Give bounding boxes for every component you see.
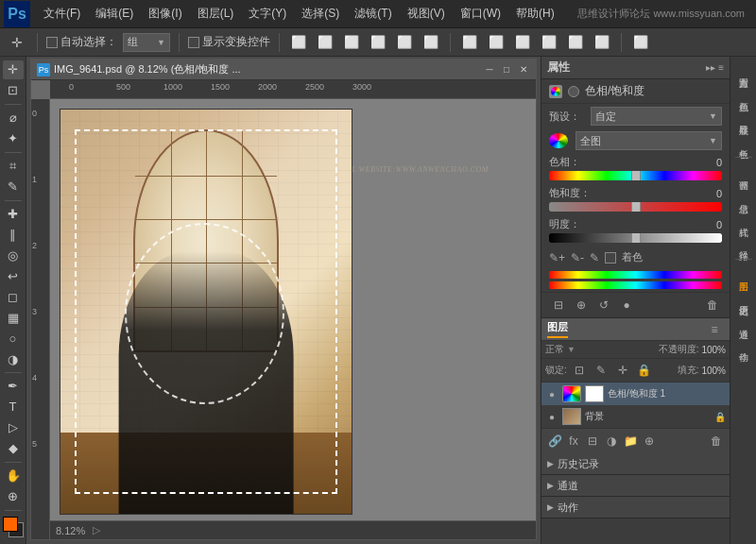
actions-panel-header[interactable]: ▶ 动作	[541, 497, 730, 518]
eraser-tool[interactable]: ◻	[3, 287, 24, 306]
path-select-tool[interactable]: ▷	[3, 418, 24, 437]
opacity-value[interactable]: 100%	[701, 345, 726, 355]
adjustments-btn[interactable]: 调整	[733, 162, 754, 183]
prop-menu-btn[interactable]: ≡	[718, 62, 724, 73]
zoom-tool[interactable]: ⊕	[3, 487, 24, 506]
add-style-btn[interactable]: fx	[564, 432, 583, 450]
sat-track[interactable]	[549, 202, 722, 212]
menu-file[interactable]: 文件(F)	[36, 4, 88, 24]
distribute-right-btn[interactable]: ⬜	[512, 32, 533, 53]
pen-tool[interactable]: ✒	[3, 377, 24, 396]
gradient-tool[interactable]: ▦	[3, 308, 24, 327]
distribute-h-btn[interactable]: ⬜	[486, 32, 507, 53]
menu-help[interactable]: 帮助(H)	[508, 4, 562, 24]
info-btn[interactable]: 信息	[733, 186, 754, 207]
link-icon-btn[interactable]: ⊕	[572, 296, 591, 314]
link-layers-btn[interactable]: 🔗	[545, 432, 564, 450]
new-group-btn[interactable]: 📁	[621, 432, 640, 450]
align-right-btn[interactable]: ⬜	[341, 32, 362, 53]
lock-all-btn[interactable]: 🔒	[635, 361, 654, 380]
layers-tab[interactable]: 图层	[547, 320, 568, 338]
auto-select-checkbox[interactable]	[46, 37, 58, 48]
prop-info-btn[interactable]: ↺	[594, 296, 613, 314]
menu-window[interactable]: 窗口(W)	[453, 4, 508, 24]
lock-transparent-btn[interactable]: ⊡	[570, 361, 589, 380]
actions-icon-btn[interactable]: 动作	[733, 335, 754, 356]
magic-wand-tool[interactable]: ✦	[3, 129, 24, 148]
lock-position-btn[interactable]: ✛	[613, 361, 632, 380]
menu-select[interactable]: 选择(S)	[294, 4, 347, 24]
eyedropper-tool[interactable]: ✎	[3, 178, 24, 196]
lasso-tool[interactable]: ⌀	[3, 109, 24, 128]
history-icon-btn[interactable]: 历史记录	[733, 288, 754, 309]
menu-edit[interactable]: 编辑(E)	[88, 4, 141, 24]
add-mask-btn[interactable]: ⊟	[583, 432, 602, 450]
visibility-toggle[interactable]	[568, 86, 579, 97]
new-fill-btn[interactable]: ◑	[602, 432, 621, 450]
swatches-btn[interactable]: 色板	[733, 131, 754, 152]
dodge-tool[interactable]: ◑	[3, 349, 24, 368]
menu-type[interactable]: 文字(Y)	[241, 4, 294, 24]
doc-close-btn[interactable]: ✕	[517, 63, 530, 76]
layer-name-bg[interactable]: 背景	[585, 410, 711, 423]
new-layer-btn[interactable]: ⊕	[640, 432, 659, 450]
align-left-btn[interactable]: ⬜	[288, 32, 309, 53]
distribute-left-btn[interactable]: ⬜	[459, 32, 480, 53]
brush-tool[interactable]: ∥	[3, 225, 24, 244]
move-tool[interactable]: ✛	[3, 60, 24, 79]
layers-menu-btn[interactable]: ≡	[705, 320, 724, 339]
sat-thumb[interactable]	[631, 202, 641, 212]
light-thumb[interactable]	[631, 233, 641, 243]
lock-pixels-btn[interactable]: ✎	[592, 361, 610, 380]
fill-value[interactable]: 100%	[701, 366, 726, 376]
distribute-bottom-btn[interactable]: ⬜	[592, 32, 612, 53]
layer-eye-huesat[interactable]: ●	[545, 387, 558, 400]
hue-thumb[interactable]	[631, 171, 641, 180]
delete-layer-btn[interactable]: 🗑	[707, 432, 726, 450]
channel-dropdown[interactable]: 全图 ▼	[576, 131, 722, 150]
align-bottom-btn[interactable]: ⬜	[421, 32, 441, 53]
color-btn[interactable]: 颜色	[733, 84, 754, 105]
menu-image[interactable]: 图像(I)	[141, 4, 189, 24]
preset-dropdown[interactable]: 自定 ▼	[591, 107, 722, 126]
prop-eye-btn[interactable]: ●	[617, 296, 636, 314]
distribute-v-btn[interactable]: ⬜	[565, 32, 586, 53]
shape-tool[interactable]: ◆	[3, 439, 24, 458]
align-center-v-btn[interactable]: ⬜	[394, 32, 415, 53]
prop-expand-btn[interactable]: ▸▸	[706, 62, 715, 73]
styles-btn[interactable]: 样式	[733, 210, 754, 230]
healing-tool[interactable]: ✚	[3, 204, 24, 223]
marquee-tool[interactable]: ⊡	[3, 81, 24, 100]
blur-tool[interactable]: ○	[3, 329, 24, 348]
add-color-btn[interactable]: ✎+	[549, 251, 565, 264]
channels-panel-header[interactable]: ▶ 通道	[541, 475, 730, 496]
distribute-top-btn[interactable]: ⬜	[539, 32, 559, 53]
history-brush-tool[interactable]: ↩	[3, 266, 24, 285]
layers-collapse-btn[interactable]: 图层	[733, 264, 754, 285]
auto-select-dropdown[interactable]: 组 ▼	[123, 33, 170, 52]
blend-arrow[interactable]: ▼	[567, 345, 576, 354]
paths-btn[interactable]: 路径	[733, 233, 754, 254]
layer-name-huesat[interactable]: 色相/饱和度 1	[608, 387, 726, 400]
layer-eye-bg[interactable]: ●	[545, 410, 558, 423]
show-transform-checkbox[interactable]	[188, 37, 199, 48]
hue-track[interactable]	[549, 171, 722, 180]
mask-icon-btn[interactable]: ⊟	[549, 296, 568, 314]
text-tool[interactable]: T	[3, 398, 24, 416]
light-track[interactable]	[549, 233, 722, 243]
menu-view[interactable]: 视图(V)	[400, 4, 453, 24]
channels-icon-btn[interactable]: 通道	[733, 312, 754, 332]
prop-trash-btn[interactable]: 🗑	[703, 296, 722, 314]
show-transform-option[interactable]: 显示变换控件	[188, 34, 270, 50]
histogram-btn[interactable]: 直方图	[733, 60, 754, 81]
hand-tool[interactable]: ✋	[3, 467, 24, 485]
auto-align-btn[interactable]: ⬜	[630, 32, 651, 53]
doc-maximize-btn[interactable]: □	[500, 63, 513, 76]
menu-filter[interactable]: 滤镜(T)	[347, 4, 399, 24]
crop-tool[interactable]: ⌗	[3, 157, 24, 176]
navigator-btn[interactable]: 导航器	[733, 108, 754, 128]
foreground-color[interactable]	[3, 517, 18, 532]
doc-minimize-btn[interactable]: ─	[483, 63, 496, 76]
menu-layer[interactable]: 图层(L)	[190, 4, 242, 24]
align-center-h-btn[interactable]: ⬜	[315, 32, 335, 53]
